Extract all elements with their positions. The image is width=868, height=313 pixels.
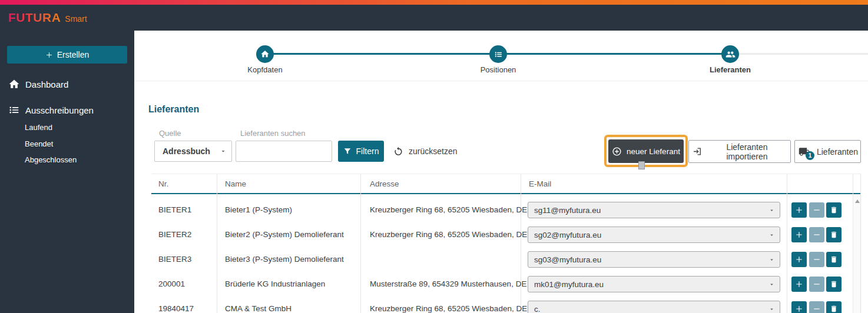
sidebar-item-ausschreibungen[interactable]: Ausschreibungen <box>0 101 134 119</box>
trash-icon <box>830 280 838 288</box>
source-select-value: Adressbuch <box>163 146 210 156</box>
step-label-lieferanten[interactable]: Lieferanten <box>683 65 777 74</box>
remove-contact-button[interactable] <box>809 252 824 267</box>
sidebar-item-dashboard[interactable]: Dashboard <box>0 75 134 93</box>
plus-icon <box>795 255 803 264</box>
cursor-artifact <box>638 161 645 169</box>
email-select[interactable]: sg02@myfutura.eu <box>528 227 780 243</box>
brand-name: FUTURA <box>8 11 61 25</box>
sidebar-subitem-abgeschlossen[interactable]: Abgeschlossen <box>25 152 77 167</box>
plus-icon <box>795 206 803 214</box>
table-row: 200001 Brüderle KG Industrianlagen Muste… <box>151 272 853 297</box>
step-label-kopfdaten[interactable]: Kopfdaten <box>218 65 312 74</box>
sidebar-subitem-beendet[interactable]: Beendet <box>25 136 53 151</box>
create-button-label: Erstellen <box>57 50 89 59</box>
email-select[interactable]: sg03@myfutura.eu <box>528 251 780 268</box>
import-suppliers-button[interactable]: Lieferanten importieren <box>688 140 791 163</box>
remove-contact-button[interactable] <box>809 202 824 218</box>
cell-nr: BIETER2 <box>158 222 191 247</box>
minus-icon <box>813 231 821 239</box>
email-select-value: sg02@myfutura.eu <box>534 231 601 239</box>
minus-icon <box>813 305 821 313</box>
email-select[interactable]: sg11@myfutura.eu <box>528 202 780 218</box>
trash-icon <box>830 206 838 214</box>
suppliers-count-badge: 1 <box>806 151 814 160</box>
plus-icon <box>795 231 803 239</box>
table-header-underline <box>151 193 861 194</box>
plus-icon <box>795 280 803 288</box>
sidebar <box>0 31 134 313</box>
step-label-positionen[interactable]: Positionen <box>451 65 545 74</box>
scrollbar-up-arrow[interactable] <box>855 199 860 203</box>
funnel-icon <box>343 147 352 155</box>
step-kopfdaten[interactable] <box>256 45 274 63</box>
divider <box>134 81 868 81</box>
filter-button[interactable]: Filtern <box>338 141 384 162</box>
filter-button-label: Filtern <box>356 146 379 156</box>
step-lieferanten[interactable] <box>721 45 739 63</box>
delete-supplier-button[interactable] <box>826 252 842 267</box>
plus-icon <box>45 51 53 59</box>
stepper-connector <box>265 53 498 55</box>
add-contact-button[interactable] <box>791 277 807 292</box>
brand-suffix: Smart <box>65 12 87 24</box>
cell-adresse: Musterstraße 89, 654329 Musterhausen, DE <box>370 272 526 297</box>
suppliers-button-label: Lieferanten <box>817 147 858 156</box>
cell-name: Bieter3 (P-System) Demolieferant <box>225 247 344 272</box>
import-button-label: Lieferanten importieren <box>707 142 787 161</box>
add-contact-button[interactable] <box>791 301 807 313</box>
add-contact-button[interactable] <box>791 227 807 242</box>
suppliers-cart-button[interactable]: 1 Lieferanten <box>794 140 861 163</box>
search-input[interactable] <box>236 141 332 162</box>
remove-contact-button[interactable] <box>809 301 824 313</box>
step-positionen[interactable] <box>489 45 507 63</box>
chevron-down-icon <box>768 306 775 312</box>
brand-logo: FUTURA Smart <box>8 11 87 25</box>
chevron-down-icon <box>768 281 775 288</box>
source-select[interactable]: Adressbuch <box>154 141 232 162</box>
reset-button[interactable]: zurücksetzen <box>390 141 460 162</box>
minus-icon <box>813 255 821 264</box>
new-supplier-button[interactable]: neuer Lieferant <box>608 139 684 163</box>
column-divider <box>853 174 853 194</box>
people-icon <box>725 49 736 59</box>
cell-name: Bieter1 (P-System) <box>225 198 292 222</box>
create-button[interactable]: Erstellen <box>7 46 127 64</box>
table-row: 19840417 CMA & Test GmbH Kreuzberger Rin… <box>151 297 853 313</box>
plus-icon <box>795 305 803 313</box>
undo-icon <box>393 146 403 156</box>
remove-contact-button[interactable] <box>809 277 824 292</box>
sidebar-subitem-laufend[interactable]: Laufend <box>25 120 52 134</box>
minus-icon <box>813 280 821 288</box>
cell-nr: BIETER1 <box>158 198 191 222</box>
remove-contact-button[interactable] <box>809 227 824 242</box>
delete-supplier-button[interactable] <box>826 227 842 242</box>
column-header-name: Name <box>225 174 246 194</box>
chevron-down-icon <box>768 257 775 263</box>
table-scrollbar[interactable] <box>853 194 860 313</box>
email-select[interactable]: c. <box>528 301 780 313</box>
table-right-border <box>860 174 861 313</box>
circle-plus-icon <box>612 146 622 156</box>
delete-supplier-button[interactable] <box>826 202 842 218</box>
email-select[interactable]: mk01@myfutura.eu <box>528 276 780 292</box>
search-label: Lieferanten suchen <box>240 129 306 138</box>
add-contact-button[interactable] <box>791 202 807 218</box>
source-label: Quelle <box>159 129 181 138</box>
delete-supplier-button[interactable] <box>826 277 842 292</box>
delete-supplier-button[interactable] <box>826 301 842 313</box>
reset-button-label: zurücksetzen <box>409 146 457 156</box>
cell-name: Bieter2 (P-System) Demolieferant <box>225 222 344 247</box>
add-contact-button[interactable] <box>791 252 807 267</box>
chevron-down-icon <box>220 148 227 155</box>
cell-nr: 19840417 <box>158 297 194 313</box>
column-header-email: E-Mail <box>529 174 551 194</box>
app-window: FUTURA Smart Erstellen Dashboard Ausschr… <box>0 0 868 313</box>
cell-name: CMA & Test GmbH <box>225 297 291 313</box>
truck-icon-wrap: 1 <box>797 146 811 158</box>
cell-adresse: Kreuzberger Ring 68, 65205 Wiesbaden, DE <box>370 198 527 222</box>
cell-adresse: Kreuzberger Ring 68, 65205 Wiesbaden, DE <box>370 297 527 313</box>
list-icon <box>8 104 20 116</box>
trash-icon <box>830 231 838 239</box>
table-top-border <box>151 174 861 174</box>
